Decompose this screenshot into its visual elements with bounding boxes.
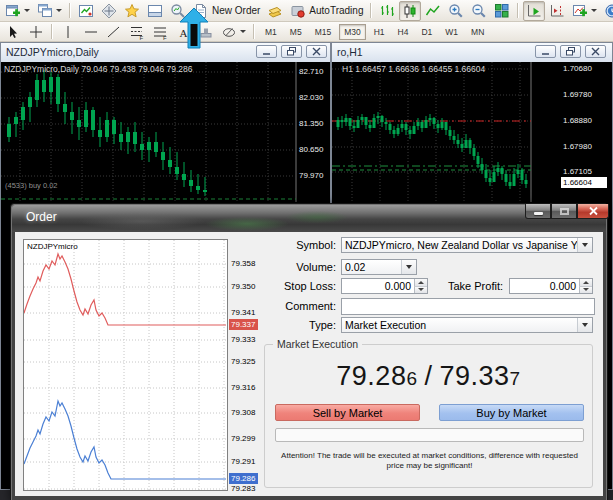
- chart2-titlebar[interactable]: ro,H1: [332, 43, 612, 63]
- volume-label: Volume:: [246, 261, 336, 273]
- tile-windows-icon: [494, 3, 510, 19]
- dialog-minimize-button[interactable]: [525, 204, 551, 219]
- bar-chart-icon: [379, 3, 395, 19]
- bar-chart-button[interactable]: [376, 1, 398, 21]
- navigator-icon: [101, 3, 117, 19]
- volume-select[interactable]: 0.02: [341, 259, 417, 275]
- timeframe-d1[interactable]: D1: [416, 24, 437, 40]
- timeframe-m15[interactable]: M15: [310, 24, 337, 40]
- market-execution-group: Market Execution 79.286/79.337 Sell by M…: [264, 344, 593, 488]
- channel-button[interactable]: F: [149, 22, 171, 42]
- type-select[interactable]: Market Execution: [341, 317, 593, 333]
- timeframe-mn[interactable]: MN: [466, 24, 489, 40]
- toolbar-standard: New OrderAutoTrading: [0, 0, 613, 22]
- cursor-button[interactable]: [2, 22, 24, 42]
- axis-label: 1.67105: [563, 167, 592, 176]
- timeframe-m30[interactable]: M30: [339, 24, 366, 40]
- horizontal-line-icon: [83, 24, 99, 40]
- line-chart-button[interactable]: [422, 1, 444, 21]
- indicators-icon: [572, 3, 588, 19]
- vertical-line-button[interactable]: [57, 22, 79, 42]
- chart1-restore-button[interactable]: [281, 45, 302, 58]
- dialog-title: Order: [26, 210, 57, 224]
- cursor-icon: [5, 24, 21, 40]
- axis-label: 82.710: [299, 67, 323, 76]
- order-dialog: Order NZDJPYmicro 79.337 79.286 79.35879…: [10, 203, 608, 500]
- axis-label: 79.283: [231, 484, 255, 491]
- comment-input[interactable]: [341, 298, 595, 315]
- axis-label: 79.308: [231, 408, 255, 417]
- price-separator: /: [424, 361, 432, 391]
- axis-label: 1.70680: [563, 64, 592, 73]
- sell-by-market-button[interactable]: Sell by Market: [275, 404, 420, 421]
- profiles-button[interactable]: [34, 1, 65, 21]
- autotrading-run-icon: [290, 3, 306, 19]
- new-chart-icon: [5, 3, 21, 19]
- axis-label: 82.030: [299, 93, 323, 102]
- open-position-label: (4533) buy 0.02: [5, 181, 58, 190]
- stop-loss-label: Stop Loss:: [246, 280, 336, 292]
- take-profit-value: 0.000: [550, 280, 576, 292]
- take-profit-down-button[interactable]: [579, 287, 592, 294]
- navigator-button[interactable]: [98, 1, 120, 21]
- fibonacci-button[interactable]: F: [126, 22, 148, 42]
- zoom-in-icon: [448, 3, 464, 19]
- bid-price-last-digit: 6: [406, 368, 417, 389]
- favorites-button[interactable]: [121, 1, 143, 21]
- zoom-out-button[interactable]: [468, 1, 490, 21]
- auto-scroll-icon: [526, 3, 542, 19]
- buy-by-market-button[interactable]: Buy by Market: [439, 404, 584, 421]
- chevron-down-icon[interactable]: [401, 260, 416, 274]
- fibonacci-icon: F: [129, 24, 145, 40]
- indicators-button[interactable]: [569, 1, 600, 21]
- timeframe-h1[interactable]: H1: [369, 24, 390, 40]
- axis-label: 79.299: [231, 434, 255, 443]
- chart1-minimize-button[interactable]: [256, 45, 277, 58]
- take-profit-up-button[interactable]: [579, 279, 592, 287]
- horizontal-line-button[interactable]: [80, 22, 102, 42]
- chart2-restore-button[interactable]: [560, 45, 581, 58]
- timeframe-w1[interactable]: W1: [440, 24, 463, 40]
- market-price: 79.286/79.337: [265, 361, 592, 392]
- autotrading-run-label: AutoTrading: [309, 5, 363, 16]
- chevron-down-icon[interactable]: [577, 238, 592, 252]
- market-watch-button[interactable]: [75, 1, 97, 21]
- chart2-ohlc: H1 1.66457 1.66636 1.66455 1.66604: [342, 64, 485, 74]
- chart1-titlebar[interactable]: NZDJPYmicro,Daily: [1, 43, 330, 63]
- shapes-button[interactable]: [218, 22, 249, 42]
- chart2-close-button[interactable]: [585, 45, 606, 58]
- chart-shift-button[interactable]: [546, 1, 568, 21]
- symbol-select[interactable]: NZDJPYmicro, New Zealand Dollar vs Japan…: [341, 237, 593, 253]
- chart2-minimize-button[interactable]: [535, 45, 556, 58]
- chart-shift-icon: [549, 3, 565, 19]
- crosshair-button[interactable]: [25, 22, 47, 42]
- chart1-close-button[interactable]: [306, 45, 327, 58]
- periods-button[interactable]: [601, 1, 613, 21]
- tick-chart-symbol: NZDJPYmicro: [27, 242, 78, 251]
- chevron-down-icon[interactable]: [577, 318, 592, 332]
- terminal-button[interactable]: [144, 1, 166, 21]
- mail-button[interactable]: [264, 1, 286, 21]
- toolbar-separator: [370, 3, 372, 18]
- dialog-close-button[interactable]: [577, 204, 609, 219]
- dialog-maximize-button[interactable]: [551, 204, 577, 219]
- ask-price-last-digit: 7: [510, 368, 521, 389]
- tile-windows-button[interactable]: [491, 1, 513, 21]
- axis-label: 79.325: [231, 357, 255, 366]
- auto-scroll-button[interactable]: [523, 1, 545, 21]
- trendline-button[interactable]: [103, 22, 125, 42]
- new-chart-button[interactable]: [2, 1, 33, 21]
- order-dialog-titlebar[interactable]: Order: [12, 205, 606, 232]
- take-profit-field[interactable]: 0.000: [509, 278, 593, 294]
- symbol-label: Symbol:: [246, 239, 336, 251]
- timeframe-h4[interactable]: H4: [393, 24, 414, 40]
- timeframe-m1[interactable]: M1: [260, 24, 282, 40]
- line-chart-icon: [425, 3, 441, 19]
- autotrading-run-button[interactable]: AutoTrading: [287, 1, 366, 21]
- chevron-down-icon: [240, 30, 246, 33]
- axis-label: 1.68880: [563, 116, 592, 125]
- candlestick-chart-button[interactable]: [399, 1, 421, 21]
- timeframe-m5[interactable]: M5: [285, 24, 307, 40]
- axis-label: 81.350: [299, 119, 323, 128]
- zoom-in-button[interactable]: [445, 1, 467, 21]
